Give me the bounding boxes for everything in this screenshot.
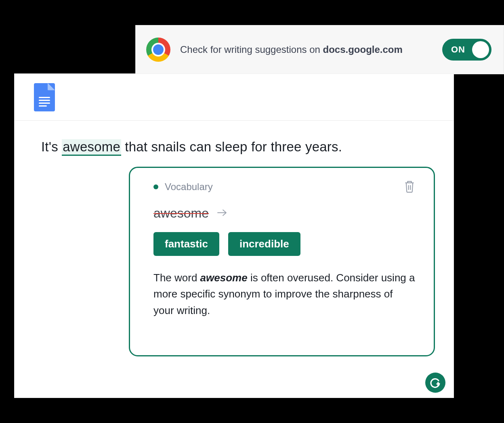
extension-domain: docs.google.com bbox=[323, 44, 403, 55]
suggestions-toggle[interactable]: ON bbox=[442, 39, 491, 61]
explanation-text: The word awesome is often overused. Cons… bbox=[153, 270, 415, 318]
document-card: It's awesome that snails can sleep for t… bbox=[15, 74, 454, 398]
category-label: Vocabulary bbox=[165, 181, 213, 193]
extension-text: Check for writing suggestions on docs.go… bbox=[180, 43, 433, 56]
strike-word: awesome bbox=[153, 206, 209, 221]
suggestion-popup: Vocabulary awesome bbox=[129, 167, 435, 356]
strike-row: awesome bbox=[153, 206, 415, 221]
explanation-em: awesome bbox=[200, 272, 248, 284]
toggle-label: ON bbox=[451, 44, 465, 55]
trash-icon bbox=[404, 180, 415, 193]
document-body: It's awesome that snails can sleep for t… bbox=[15, 121, 454, 398]
sentence-pre: It's bbox=[41, 139, 62, 154]
explanation-pre: The word bbox=[153, 272, 200, 284]
dismiss-button[interactable] bbox=[404, 180, 415, 194]
suggestion-chip-fantastic[interactable]: fantastic bbox=[153, 232, 219, 256]
flagged-word[interactable]: awesome bbox=[62, 139, 121, 156]
grammarly-badge[interactable] bbox=[425, 373, 445, 393]
document-sentence: It's awesome that snails can sleep for t… bbox=[41, 139, 427, 155]
suggestion-chips: fantastic incredible bbox=[153, 232, 415, 256]
arrow-right-icon bbox=[217, 207, 227, 220]
extension-bar: Check for writing suggestions on docs.go… bbox=[135, 25, 504, 74]
popup-header: Vocabulary bbox=[153, 180, 415, 194]
category-dot-icon bbox=[153, 184, 158, 189]
google-docs-icon bbox=[34, 83, 55, 111]
document-header bbox=[15, 74, 454, 121]
sentence-post: that snails can sleep for three years. bbox=[121, 139, 342, 154]
chrome-icon bbox=[146, 38, 170, 62]
suggestion-chip-incredible[interactable]: incredible bbox=[228, 232, 300, 256]
toggle-knob bbox=[472, 41, 489, 58]
grammarly-icon bbox=[429, 376, 442, 389]
extension-text-prefix: Check for writing suggestions on bbox=[180, 44, 323, 55]
